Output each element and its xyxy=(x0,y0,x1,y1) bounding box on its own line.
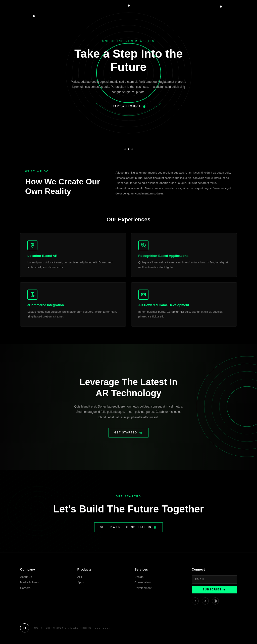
footer-link-development[interactable]: Development xyxy=(134,586,177,589)
footer-copyright: COPYRIGHT © 2024 DIVI. ALL RIGHTS RESERV… xyxy=(34,627,110,629)
ar-game-icon xyxy=(138,290,148,300)
ar-get-started-button[interactable]: GET STARTED ⊕ xyxy=(109,428,148,437)
ecommerce-desc: Luctus lectus non quisque turpis bibendu… xyxy=(27,309,119,319)
svg-rect-29 xyxy=(214,600,217,602)
svg-point-18 xyxy=(144,295,145,295)
dot-right xyxy=(220,6,222,8)
footer-products: Products API Apps xyxy=(77,568,120,605)
footer-services-title: Services xyxy=(134,568,177,571)
location-ar-name: Location-Based AR xyxy=(27,254,119,258)
exp-card-ar-game: AR-Powered Game Development In non pulvi… xyxy=(131,282,237,327)
footer-connect-title: Connect xyxy=(192,568,237,571)
build-label: GET STARTED xyxy=(5,495,252,498)
location-ar-desc: Lorem ipsum dolor sit amet, consectetur … xyxy=(27,260,119,270)
start-project-label: START A PROJECT xyxy=(111,105,141,108)
slider-dots xyxy=(0,146,257,152)
what-we-do-description: Aliquet nisl. Nulla tempor mauris sed pr… xyxy=(116,170,232,196)
subscribe-button[interactable]: SUBSCRIBE ⊕ xyxy=(192,586,237,593)
hero-title: Take a Step Into the Future xyxy=(66,47,191,74)
what-we-do-title: How We Create Our Own Reality xyxy=(25,177,100,196)
subscribe-label: SUBSCRIBE xyxy=(203,588,222,591)
svg-point-8 xyxy=(32,244,33,246)
footer-link-media[interactable]: Media & Press xyxy=(20,581,62,584)
subscribe-arrow: ⊕ xyxy=(223,588,226,591)
footer-email-input[interactable] xyxy=(192,575,237,584)
ar-game-name: AR-Powered Game Development xyxy=(138,303,230,307)
consultation-label: SET UP A FREE CONSULTATION xyxy=(100,526,151,529)
ar-technology-section: Leverage The Latest In AR Technology Qui… xyxy=(0,344,257,470)
footer-products-title: Products xyxy=(77,568,120,571)
footer-bottom: D COPYRIGHT © 2024 DIVI. ALL RIGHTS RESE… xyxy=(20,617,237,632)
what-we-do-right: Aliquet nisl. Nulla tempor mauris sed pr… xyxy=(116,170,232,196)
footer-logo-letter: D xyxy=(23,626,26,630)
ecommerce-icon xyxy=(27,290,37,300)
footer-link-consultation[interactable]: Consultation xyxy=(134,581,177,584)
hero-subtitle: UNLOCKING NEW REALITIES xyxy=(66,40,191,43)
svg-point-23 xyxy=(227,386,257,427)
footer-link-api[interactable]: API xyxy=(77,575,120,578)
what-we-do-label: WHAT WE DO xyxy=(25,170,100,173)
slider-dot-2[interactable] xyxy=(128,148,129,150)
instagram-icon[interactable] xyxy=(212,597,219,605)
exp-card-location-ar: Location-Based AR Lorem ipsum dolor sit … xyxy=(20,233,126,277)
footer-logo: D xyxy=(20,623,29,632)
experiences-section: Our Experiences Location-Based AR Lorem … xyxy=(0,209,257,344)
consultation-button[interactable]: SET UP A FREE CONSULTATION ⊕ xyxy=(94,522,163,532)
recognition-name: Recognition-Based Applications xyxy=(138,254,230,258)
hero-section: UNLOCKING NEW REALITIES Take a Step Into… xyxy=(0,0,257,146)
experiences-grid: Location-Based AR Lorem ipsum dolor sit … xyxy=(20,233,237,327)
build-title: Let's Build The Future Together xyxy=(5,503,252,515)
svg-point-20 xyxy=(204,364,257,449)
ar-get-started-label: GET STARTED xyxy=(114,431,137,434)
ar-description: Quis blandit erat. Donec laoreet libero … xyxy=(73,404,184,420)
hero-description: Malesuada laoreet in eget sit mattis sed… xyxy=(66,79,191,95)
build-section: GET STARTED Let's Build The Future Toget… xyxy=(0,470,257,552)
recognition-icon xyxy=(138,240,148,250)
svg-point-22 xyxy=(219,379,257,434)
footer-services: Services Design Consultation Development xyxy=(134,568,177,605)
footer-link-about[interactable]: About Us xyxy=(20,575,62,578)
footer-link-design[interactable]: Design xyxy=(134,575,177,578)
ar-game-desc: In non pulvinar purus. Curabitur nisl od… xyxy=(138,309,230,319)
what-we-do-left: WHAT WE DO How We Create Our Own Reality xyxy=(25,170,100,196)
footer-columns: Company About Us Media & Press Careers P… xyxy=(20,568,237,605)
slider-dot-1[interactable] xyxy=(124,148,126,150)
ar-decorative-rings xyxy=(197,356,257,458)
what-we-do-section: WHAT WE DO How We Create Our Own Reality… xyxy=(0,152,257,209)
location-ar-icon xyxy=(27,240,37,250)
consultation-arrow: ⊕ xyxy=(153,525,157,529)
svg-point-31 xyxy=(216,600,216,600)
footer-social-links: f 𝕏 xyxy=(192,597,237,605)
footer-connect: Connect SUBSCRIBE ⊕ f 𝕏 xyxy=(192,568,237,605)
exp-card-ecommerce: eCommerce Integration Luctus lectus non … xyxy=(20,282,126,327)
hero-content: UNLOCKING NEW REALITIES Take a Step Into… xyxy=(66,40,191,111)
ar-get-started-arrow: ⊕ xyxy=(139,431,143,435)
start-project-button[interactable]: START A PROJECT ⊕ xyxy=(105,102,152,111)
ecommerce-name: eCommerce Integration xyxy=(27,303,119,307)
dot-top xyxy=(128,5,130,7)
facebook-icon[interactable]: f xyxy=(192,597,199,605)
ar-content: Leverage The Latest In AR Technology Qui… xyxy=(68,361,189,452)
start-project-arrow: ⊕ xyxy=(143,104,146,108)
experiences-title: Our Experiences xyxy=(20,216,237,223)
footer-company: Company About Us Media & Press Careers xyxy=(20,568,62,605)
ar-title: Leverage The Latest In AR Technology xyxy=(73,377,184,398)
exp-card-recognition: Recognition-Based Applications Quisque a… xyxy=(131,233,237,277)
svg-point-30 xyxy=(215,600,216,601)
svg-point-9 xyxy=(31,244,34,246)
footer: Company About Us Media & Press Careers P… xyxy=(0,552,257,640)
slider-dot-3[interactable] xyxy=(131,148,133,150)
recognition-desc: Quisque aliquet velit sit amet sem inter… xyxy=(138,260,230,270)
twitter-x-icon[interactable]: 𝕏 xyxy=(202,597,209,605)
footer-link-careers[interactable]: Careers xyxy=(20,586,62,589)
footer-link-apps[interactable]: Apps xyxy=(77,581,120,584)
dot-left xyxy=(33,15,35,17)
build-content: GET STARTED Let's Build The Future Toget… xyxy=(5,495,252,532)
footer-company-title: Company xyxy=(20,568,62,571)
